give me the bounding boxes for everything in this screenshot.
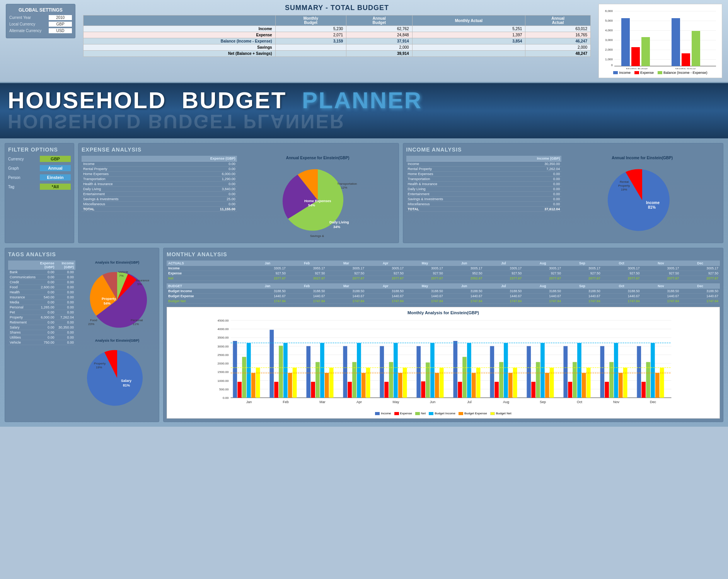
svg-rect-84 (325, 373, 329, 398)
svg-rect-113 (476, 368, 481, 398)
monthly-bar-chart-container: Monthly Analysis for Einstein(GBP) 0.005… (167, 307, 720, 419)
svg-rect-144 (641, 382, 646, 398)
svg-rect-134 (586, 368, 591, 398)
svg-rect-125 (540, 343, 545, 398)
svg-text:2500.00: 2500.00 (218, 353, 229, 357)
local-currency-row: Local Currency GBP (9, 22, 72, 27)
income-chart-container: Annual Income for Einstein(GBP) Income 8… (564, 156, 720, 240)
filter-currency-value[interactable]: GBP (40, 156, 71, 162)
legend-ml-budget-expense: Budget Expense (459, 412, 487, 415)
filter-options-panel: FILTER OPTIONS Currency GBP Graph Annual… (5, 143, 74, 243)
expense-row: Income0.00 (82, 162, 237, 167)
legend-ml-income-label: Income (381, 412, 391, 415)
svg-text:Jun: Jun (430, 400, 436, 404)
svg-rect-127 (550, 368, 554, 398)
filter-currency-row: Currency GBP (8, 156, 71, 162)
summary-row-monthly-actual: 5,251 (412, 26, 525, 32)
bar-monthly-budget-expense (631, 47, 640, 66)
monthly-budget-table: BUDGET Jan Feb Mar Apr May Jun Jul Aug S… (167, 283, 720, 304)
svg-rect-73 (269, 330, 274, 398)
filter-person-value[interactable]: Einstein (40, 174, 71, 181)
income-row: Savings & Investments0.00 (406, 197, 562, 202)
monthly-col-jun: Jun (445, 261, 484, 266)
monthly-budget-header: BUDGET (167, 283, 248, 289)
monthly-col-jul: Jul (484, 261, 523, 266)
top-chart-legend: Income Expense Balance (Income - Expense… (602, 71, 719, 75)
legend-ml-income-color (375, 412, 380, 415)
svg-rect-80 (306, 346, 310, 398)
legend-ml-budget-expense-label: Budget Expense (464, 412, 487, 415)
filter-graph-value[interactable]: Annual (40, 165, 71, 171)
svg-text:19%: 19% (96, 366, 102, 369)
current-year-row: Current Year 2010 (9, 15, 72, 20)
summary-col-label (84, 15, 276, 26)
svg-rect-111 (467, 343, 471, 398)
summary-row: Savings2,0002,000 (84, 44, 591, 51)
expense-col-label (82, 156, 171, 162)
svg-text:Jan: Jan (246, 400, 252, 404)
expense-row: TOTAL11,155.00 (82, 207, 237, 212)
top-section: GLOBAL SETTINGS Current Year 2010 Local … (0, 0, 728, 83)
legend-expense: Expense (634, 71, 654, 75)
summary-col-annual-actual: AnnualActual (525, 15, 591, 26)
monthly-budget-income-row: Budget Income3188.503188.503188.503188.5… (167, 289, 720, 294)
tags-row: Credit0.000.00 (8, 280, 75, 285)
svg-text:Oct: Oct (577, 400, 583, 404)
expense-row: Transportation1,290.00 (82, 177, 237, 182)
monthly-bar-chart-svg: 0.00500.001000.001500.002000.002500.0030… (170, 317, 716, 409)
tags-col-income: Income (GBP) (56, 261, 75, 270)
svg-rect-119 (508, 373, 513, 398)
filter-options-title: FILTER OPTIONS (8, 146, 71, 153)
svg-text:19%: 19% (621, 188, 627, 191)
monthly-col-feb: Feb (287, 261, 327, 266)
legend-ml-budget-income-label: Budget Income (435, 412, 455, 415)
tags-row: Pet0.000.00 (8, 310, 75, 315)
expense-row: Health & Insurance0.00 (82, 182, 237, 187)
svg-rect-106 (440, 368, 444, 398)
svg-rect-117 (499, 362, 503, 398)
svg-rect-104 (430, 343, 435, 398)
monthly-col-sep: Sep (563, 261, 602, 266)
svg-text:May: May (392, 400, 399, 404)
svg-rect-74 (274, 382, 278, 398)
tags-pie-chart-2-wrapper: Analysis for Einstein(GBP) Salary 81% Pr… (78, 339, 156, 414)
summary-row-annual-budget: 2,000 (346, 44, 413, 51)
local-currency-value[interactable]: GBP (49, 22, 72, 27)
expense-row: Home Expenses6,000.00 (82, 172, 237, 177)
monthly-col-oct: Oct (602, 261, 641, 266)
svg-rect-83 (320, 343, 324, 398)
current-year-value[interactable]: 2010 (49, 15, 72, 20)
svg-text:Sep: Sep (540, 400, 546, 404)
expense-row: Daily Living3,840.00 (82, 187, 237, 192)
svg-rect-124 (536, 362, 540, 398)
svg-text:Personal: Personal (131, 318, 143, 322)
alternate-currency-value[interactable]: USD (49, 28, 72, 33)
svg-text:54%: 54% (308, 203, 315, 207)
tags-row: Health0.000.00 (8, 290, 75, 295)
svg-text:Food: Food (90, 318, 97, 322)
income-pie-chart: Income 81% Rental Property 19% (600, 162, 685, 239)
svg-rect-85 (329, 368, 334, 398)
main-title-budget: BUDGET (182, 87, 286, 113)
monthly-actuals-table: ACTUALS Jan Feb Mar Apr May Jun Jul Aug … (167, 261, 720, 281)
svg-rect-102 (421, 381, 425, 398)
legend-ml-budget-net-color (490, 412, 495, 415)
income-row: Miscellaneous0.00 (406, 202, 562, 207)
summary-row-monthly-budget (275, 44, 346, 51)
monthly-chart-title: Monthly Analysis for Einstein(GBP) (170, 310, 716, 315)
tags-col-label (8, 261, 37, 270)
summary-row-monthly-actual (412, 44, 525, 51)
svg-text:Insurance: Insurance (136, 279, 150, 282)
global-settings-title: GLOBAL SETTINGS (9, 7, 72, 13)
tags-pie-chart-1: Property 54% Food 23% Personal 11% Vehic… (78, 265, 156, 335)
bar-monthly-actual-income (672, 18, 680, 66)
svg-rect-87 (343, 346, 347, 398)
summary-row: Net (Balance + Savings)39,91448,247 (84, 51, 591, 57)
svg-rect-97 (394, 343, 398, 398)
svg-text:54%: 54% (104, 301, 111, 305)
legend-ml-budget-expense-color (459, 412, 463, 415)
svg-text:Jul: Jul (467, 400, 472, 404)
svg-rect-112 (472, 373, 476, 398)
summary-row-annual-budget: 37,914 (346, 38, 413, 44)
filter-tag-value[interactable]: *All (40, 184, 71, 190)
